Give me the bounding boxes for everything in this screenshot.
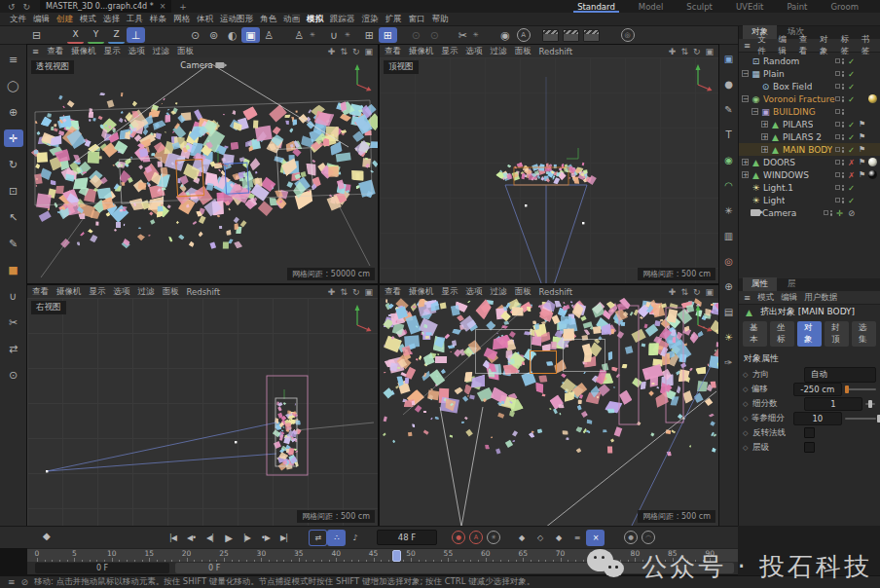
object-state-icon[interactable]: ✓: [846, 132, 857, 142]
attr-input[interactable]: 1: [804, 397, 862, 411]
visibility-dots-icon[interactable]: [842, 71, 845, 77]
menu-文件[interactable]: 文件: [10, 14, 26, 25]
close-icon[interactable]: ×: [160, 2, 166, 11]
am-hamburger-icon[interactable]: ≡: [744, 293, 751, 303]
layer-square-icon[interactable]: [835, 122, 840, 127]
viewport-menu-过滤[interactable]: 过滤: [491, 286, 507, 298]
object-row-voronoi-fracture[interactable]: −◉Voronoi Fracture✓: [739, 92, 880, 105]
key-diamond-icon[interactable]: ◇: [743, 415, 749, 423]
light-create-icon[interactable]: ☀: [721, 329, 737, 345]
visibility-dots-icon[interactable]: [842, 122, 845, 128]
tree-toggle-icon[interactable]: +: [761, 133, 768, 140]
spline-pen-icon[interactable]: ✎: [721, 101, 737, 117]
object-row-doors[interactable]: +▲DOORS✗⚑: [739, 156, 880, 168]
menu-动画[interactable]: 动画: [283, 14, 300, 25]
viewport-menu-面板[interactable]: 面板: [163, 286, 179, 298]
interactive-render-icon[interactable]: ◎: [621, 28, 635, 42]
text-tool-icon[interactable]: T: [721, 127, 737, 142]
zoom-view-icon[interactable]: ⇅: [680, 287, 688, 297]
object-state-icon[interactable]: ✓: [846, 145, 857, 155]
layer-square-icon[interactable]: [835, 160, 840, 165]
volume-icon[interactable]: ▥: [721, 228, 737, 243]
viewport-menu-显示[interactable]: 显示: [104, 46, 121, 57]
cut-tool[interactable]: ✂✳: [454, 27, 479, 43]
visibility-dots-icon[interactable]: [842, 198, 845, 203]
snap-tool[interactable]: ⊕: [4, 103, 23, 121]
am-menu-用户数据[interactable]: 用户数据: [804, 292, 837, 304]
tree-toggle-icon[interactable]: +: [742, 159, 749, 165]
axis-lock-x[interactable]: X: [67, 27, 84, 44]
menu-角色[interactable]: 角色: [260, 14, 276, 25]
menu-样条[interactable]: 样条: [150, 14, 166, 25]
object-state-icon[interactable]: ✗: [846, 158, 857, 167]
autokey-icon[interactable]: A: [517, 28, 531, 42]
key-pla-toggle[interactable]: ×: [586, 530, 605, 546]
menu-窗口[interactable]: 窗口: [409, 14, 425, 25]
info-circle-icon[interactable]: ⊚: [204, 27, 223, 43]
layout-tab-uvedit[interactable]: UVEdit: [724, 0, 776, 13]
render-settings-button[interactable]: [583, 29, 600, 42]
pen-tool[interactable]: ✎: [4, 235, 23, 252]
key-scale-toggle[interactable]: ◇: [531, 530, 549, 546]
magnet-tool[interactable]: ∪: [4, 287, 23, 305]
object-row-random[interactable]: ⊡Random✓: [739, 55, 880, 67]
object-state-icon[interactable]: ✓: [846, 196, 857, 205]
range-start-field[interactable]: 0 F: [35, 563, 169, 573]
object-state-icon[interactable]: ✓: [846, 94, 857, 104]
tree-toggle-icon[interactable]: +: [761, 146, 768, 153]
gear-icon[interactable]: ✳: [721, 202, 737, 218]
layer-square-icon[interactable]: [835, 96, 840, 101]
pan-view-icon[interactable]: ✚: [328, 47, 336, 56]
viewport-menu-过滤[interactable]: 过滤: [138, 286, 155, 298]
viewport-menu-显示[interactable]: 显示: [442, 286, 458, 298]
attr-input[interactable]: 10: [793, 412, 842, 425]
key-diamond-icon[interactable]: ◇: [743, 444, 750, 452]
menu-体积[interactable]: 体积: [197, 14, 213, 25]
attr-input[interactable]: -250 cm: [793, 383, 842, 396]
prev-key-button[interactable]: ◀•: [182, 530, 201, 546]
play-button[interactable]: ▶: [219, 530, 238, 546]
viewport-top[interactable]: 查看摄像机显示选项过滤面板Redshift✚⇅↻▣顶视图网格间距 : 500 c…: [380, 45, 718, 283]
object-row-building[interactable]: −▣BUILDING: [739, 105, 880, 118]
object-state-icon[interactable]: ✓: [846, 56, 857, 66]
object-state-icon[interactable]: ✓: [846, 183, 857, 193]
material-swatch[interactable]: [868, 170, 877, 179]
preview-button[interactable]: ◠: [642, 531, 655, 544]
tab-attributes[interactable]: 属性: [743, 277, 777, 291]
brush-icon[interactable]: ✑: [721, 354, 737, 370]
grid-toggle[interactable]: ⊞: [360, 27, 379, 43]
layer-square-icon[interactable]: [835, 134, 840, 139]
viewport-menu-显示[interactable]: 显示: [90, 286, 106, 298]
viewport-menu-面板[interactable]: 面板: [515, 46, 532, 57]
render-view-button[interactable]: [542, 29, 559, 42]
render-queue-button[interactable]: [563, 29, 579, 42]
keyframe-circle-icon[interactable]: ◉: [496, 27, 515, 43]
key-rotation-toggle[interactable]: ◆: [549, 530, 568, 546]
object-row-pilars[interactable]: +▲PILARS✓⚑: [739, 118, 880, 130]
layout-tab-paint[interactable]: Paint: [775, 0, 819, 13]
layer-square-icon[interactable]: [835, 185, 840, 190]
camera-create-icon[interactable]: ▤: [721, 304, 737, 319]
viewport-canvas-tl[interactable]: 透视视图Camera网格间距 : 50000 cm: [27, 57, 378, 283]
zoom-view-icon[interactable]: ⇅: [340, 47, 348, 56]
window-layout-icon[interactable]: ⊟: [27, 27, 46, 43]
axis-lock-z[interactable]: Z: [108, 27, 125, 44]
visibility-dots-icon[interactable]: [830, 210, 833, 216]
viewport-menu-选项[interactable]: 选项: [466, 286, 483, 298]
rotate-view-icon[interactable]: ↻: [352, 287, 360, 297]
viewport-menu-Redshift[interactable]: Redshift: [539, 287, 573, 297]
scale-tool[interactable]: ⊡: [4, 182, 23, 200]
live-selection-tool[interactable]: ◯: [4, 77, 23, 94]
move-tool[interactable]: ✛: [4, 129, 23, 147]
viewport-menu-查看[interactable]: 查看: [385, 286, 401, 298]
zoom-view-icon[interactable]: ⇅: [340, 287, 348, 297]
playhead[interactable]: [392, 550, 401, 562]
object-row-main-body[interactable]: +▲MAIN BODY✓⚑: [739, 143, 880, 156]
key-diamond-icon[interactable]: ◇: [743, 371, 750, 379]
viewport-hamburger-icon[interactable]: ≡: [32, 47, 39, 56]
attr-tab-坐标[interactable]: 坐标: [770, 321, 794, 347]
layer-square-icon[interactable]: [835, 109, 840, 114]
layout-tab-standard[interactable]: Standard: [566, 0, 627, 13]
viewport-menu-摄像机[interactable]: 摄像机: [409, 286, 434, 298]
current-frame-field[interactable]: 48 F: [377, 530, 437, 545]
